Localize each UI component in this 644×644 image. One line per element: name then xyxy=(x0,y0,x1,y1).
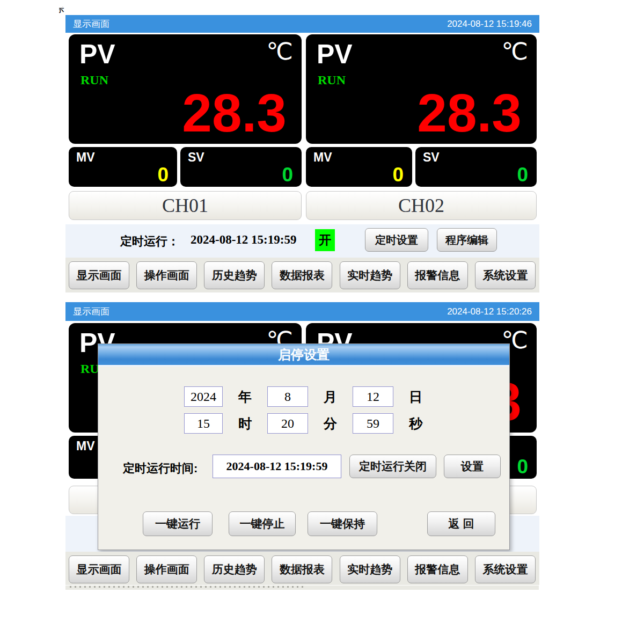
nav-history-trend[interactable]: 历史趋势 xyxy=(204,261,265,289)
pv-value: 28.3 xyxy=(182,86,287,140)
one-key-hold-button[interactable]: 一键保持 xyxy=(308,511,377,536)
pv-panel-ch01: PV ℃ RUN 28.3 xyxy=(69,34,302,144)
hour-unit-label: 时 xyxy=(238,415,252,433)
nav-system-settings[interactable]: 系统设置 xyxy=(475,261,536,289)
page-title: 显示画面 xyxy=(73,305,109,318)
date-field-row: 2024 年 8 月 12 日 xyxy=(184,386,438,407)
mv-label: MV xyxy=(76,439,95,453)
display-screen-with-dialog: 显示画面 2024-08-12 15:20:26 PV ℃ RUN 28.3 P… xyxy=(65,302,539,585)
day-unit-label: 日 xyxy=(409,388,422,406)
day-field[interactable]: 12 xyxy=(353,386,393,407)
one-key-run-button[interactable]: 一键运行 xyxy=(143,511,213,536)
minute-field[interactable]: 20 xyxy=(267,413,308,434)
run-status: RUN xyxy=(318,73,346,87)
minute-unit-label: 分 xyxy=(324,415,337,433)
hour-field[interactable]: 15 xyxy=(184,413,223,434)
display-screen-main: 显示画面 2024-08-12 15:19:46 PV ℃ RUN 28.3 P… xyxy=(65,15,539,292)
sv-label: SV xyxy=(188,150,204,165)
sv-value: 0 xyxy=(517,457,528,477)
return-button[interactable]: 返 回 xyxy=(427,511,495,536)
nav-realtime-trend[interactable]: 实时趋势 xyxy=(340,555,400,583)
nav-alarm-info[interactable]: 报警信息 xyxy=(407,555,468,583)
clipped-bottom-row-artifact xyxy=(65,586,539,590)
sv-label: SV xyxy=(423,150,440,165)
titlebar: 显示画面 2024-08-12 15:20:26 xyxy=(65,302,539,321)
nav-strip: 显示画面 操作画面 历史趋势 数据报表 实时趋势 报警信息 系统设置 xyxy=(65,552,539,585)
dialog-title: 启停设置 xyxy=(98,344,509,367)
clock: 2024-08-12 15:20:26 xyxy=(447,306,532,317)
screenshot-edge-artifact: 示 xyxy=(59,6,65,15)
pv-label: PV xyxy=(79,39,115,70)
month-unit-label: 月 xyxy=(324,388,337,406)
second-unit-label: 秒 xyxy=(409,415,422,433)
sv-value: 0 xyxy=(517,165,528,185)
sv-panel-ch02: SV 0 xyxy=(415,147,537,187)
program-edit-button[interactable]: 程序编辑 xyxy=(437,228,497,252)
month-field[interactable]: 8 xyxy=(267,386,308,407)
nav-system-settings[interactable]: 系统设置 xyxy=(475,555,536,583)
nav-operation-screen[interactable]: 操作画面 xyxy=(136,555,197,583)
nav-realtime-trend[interactable]: 实时趋势 xyxy=(340,261,400,289)
celsius-unit: ℃ xyxy=(267,38,293,65)
timer-on-badge: 开 xyxy=(315,229,335,251)
nav-operation-screen[interactable]: 操作画面 xyxy=(136,261,197,289)
timer-run-label: 定时运行： xyxy=(120,233,179,250)
set-button[interactable]: 设置 xyxy=(444,455,501,478)
timer-run-time: 2024-08-12 15:19:59 xyxy=(191,233,296,247)
mv-panel-ch01: MV 0 xyxy=(69,147,177,187)
start-stop-dialog: 启停设置 2024 年 8 月 12 日 15 时 20 分 59 秒 定时运行… xyxy=(98,343,510,550)
mv-value: 0 xyxy=(157,165,169,185)
run-status: RUN xyxy=(80,73,108,87)
nav-row: 显示画面 操作画面 历史趋势 数据报表 实时趋势 报警信息 系统设置 xyxy=(69,261,536,289)
nav-strip: 显示画面 操作画面 历史趋势 数据报表 实时趋势 报警信息 系统设置 xyxy=(65,258,539,292)
pv-panel-ch02: PV ℃ RUN 28.3 xyxy=(306,34,537,144)
nav-display-screen[interactable]: 显示画面 xyxy=(69,261,129,289)
time-field-row: 15 时 20 分 59 秒 xyxy=(184,413,438,434)
nav-data-report[interactable]: 数据报表 xyxy=(272,261,332,289)
celsius-unit: ℃ xyxy=(502,38,528,65)
clipped-glyph: 示 xyxy=(59,6,62,14)
pv-label: PV xyxy=(317,39,353,70)
second-field[interactable]: 59 xyxy=(353,413,393,434)
nav-display-screen[interactable]: 显示画面 xyxy=(69,555,129,583)
nav-row: 显示画面 操作画面 历史趋势 数据报表 实时趋势 报警信息 系统设置 xyxy=(69,555,536,583)
nav-data-report[interactable]: 数据报表 xyxy=(272,555,332,583)
nav-history-trend[interactable]: 历史趋势 xyxy=(204,555,265,583)
channel-bar-ch01[interactable]: CH01 xyxy=(69,191,302,220)
mv-value: 0 xyxy=(392,165,404,185)
nav-alarm-info[interactable]: 报警信息 xyxy=(407,261,468,289)
titlebar: 显示画面 2024-08-12 15:19:46 xyxy=(65,15,539,33)
page-title: 显示画面 xyxy=(73,18,109,30)
channel-bar-ch02[interactable]: CH02 xyxy=(306,191,537,220)
timer-run-time-input[interactable]: 2024-08-12 15:19:59 xyxy=(213,455,341,478)
pv-value: 28.3 xyxy=(417,86,522,140)
year-unit-label: 年 xyxy=(238,388,252,406)
clock: 2024-08-12 15:19:46 xyxy=(447,19,532,30)
sv-value: 0 xyxy=(282,165,293,185)
sv-panel-ch01: SV 0 xyxy=(180,147,302,187)
timer-settings-button[interactable]: 定时设置 xyxy=(365,228,428,252)
timer-run-toggle-button[interactable]: 定时运行关闭 xyxy=(349,455,436,478)
timer-run-time-label: 定时运行时间: xyxy=(123,460,197,477)
timer-row: 定时运行： 2024-08-12 15:19:59 开 定时设置 程序编辑 xyxy=(65,228,539,253)
mv-label: MV xyxy=(313,150,332,165)
year-field[interactable]: 2024 xyxy=(184,386,223,407)
one-key-stop-button[interactable]: 一键停止 xyxy=(229,511,296,536)
mv-panel-ch02: MV 0 xyxy=(306,147,412,187)
mv-label: MV xyxy=(76,150,95,165)
